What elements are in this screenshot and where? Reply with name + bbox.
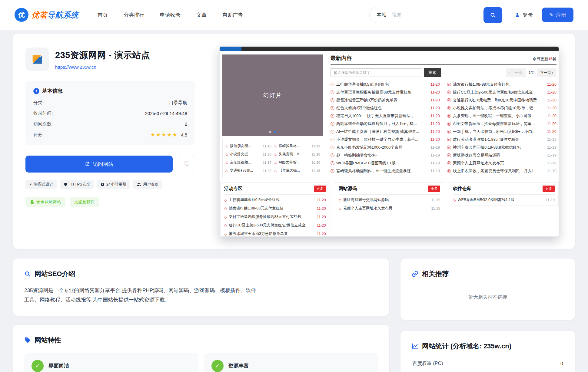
info-icon: i: [33, 88, 39, 94]
rating-stars: ★★★★ ☆ ★ 4.5: [151, 132, 187, 138]
mini-item: ♨AI图文带货...11-20: [274, 158, 320, 166]
visit-site-button[interactable]: 访问网站: [25, 156, 173, 173]
site-screenshot-preview[interactable]: 幻灯片 ♨微信朋友圈...11-19 ♨宫崎骏风格...11-19 ♨小说爆文掘…: [219, 46, 559, 237]
new-icon: ⓝ: [447, 114, 451, 118]
new-icon: ⓝ: [447, 146, 451, 150]
register-button[interactable]: ✎ 注册: [542, 8, 573, 22]
mini-item: ♨【年底大揭...11-18: [274, 166, 320, 175]
section-item: ◇建行CC豆上架2-500元支付宝红包/微信立减金11-20: [224, 222, 326, 229]
section-item: ◇浦发银行抽1.08-88元支付宝红包11-20: [224, 205, 326, 212]
site-url-link[interactable]: https://www.235w.cn: [55, 64, 96, 70]
feature-item: ✓ 资源丰富: [204, 353, 378, 372]
prev-page-button: ‹ 上一页: [506, 68, 526, 77]
search-icon: [490, 12, 496, 18]
nav-self-ads[interactable]: 自助广告: [222, 12, 243, 18]
chart-icon: [412, 343, 418, 350]
gem-icon: ◇: [339, 198, 341, 202]
bolt-icon: ⚡: [29, 182, 32, 187]
info-row-category: 分类: 目录导航: [33, 97, 187, 108]
list-item: ⓝ宫崎骏风格动画制作，AI一键生成流量暴涨，...11-19: [331, 167, 440, 175]
gem-icon: ◇: [339, 206, 341, 211]
list-item: ⓝ一部手机，当天出收益，轻松日入5张+，小白...11-20: [447, 128, 556, 136]
main-nav: 首页 分类排行 申请收录 文章 自助广告: [98, 12, 243, 18]
security-badges: 安全认证网站 无恶意软件: [25, 197, 195, 207]
preview-section-activity: 活动专区更多 ◇工行鹏华基金抽0.5元现金红包11-20 ◇浦发银行抽1.08-…: [220, 182, 330, 237]
new-icon: ⓝ: [447, 138, 451, 142]
badge-no-malware: 无恶意软件: [70, 197, 99, 207]
new-icon: ⓝ: [331, 130, 334, 134]
nav-category-rank[interactable]: 分类排行: [124, 12, 144, 18]
mini-item: ♨头条变现，A...11-20: [274, 150, 320, 158]
stats-card: 网站统计 (分析域名: 235w.cn) 百度权重 (PC) 0 预计来路: [400, 331, 575, 372]
list-item: ⓝ两款靠谱全自动游戏搬砖项目，日入1k+，稳...11-20: [331, 120, 440, 128]
badge-safe-certified: 安全认证网站: [25, 197, 65, 207]
slideshow-dots: [269, 131, 276, 133]
preview-slideshow: 幻灯片: [222, 54, 323, 136]
new-icon: ⓝ: [331, 114, 334, 118]
seo-description: 235资源网是一个专业的网络资源分享平台,提供各种PHP源码、网站源码、游戏源码…: [24, 286, 257, 305]
mini-item: ♨微信朋友圈...11-19: [225, 142, 271, 150]
list-item: ⓝ小说推文实拍玩法，零成本零门槛10元/单，轻...11-20: [447, 104, 556, 112]
dot-active: [274, 131, 276, 133]
latest-list-left: ⓝ工行鹏华基金抽0.5元现金红包11-20 ⓝ支付宝语音唤醒服务抽最高88元支付…: [331, 81, 440, 175]
preview-section-software: 软件仓库更多 ◇WEB界面RMBG2.0抠图离线1.1版11-19: [449, 182, 559, 206]
new-icon: ⓝ: [447, 91, 451, 94]
features-title: 网站特性: [35, 336, 61, 345]
flame-icon: ♨: [225, 160, 228, 165]
new-icon: ⓝ: [331, 122, 334, 126]
nav-articles[interactable]: 文章: [196, 12, 207, 18]
list-item: ⓝ头条变现，AI一键改写、一键查重、小白可做...11-20: [447, 112, 556, 120]
new-icon: ⓝ: [447, 161, 451, 165]
list-item: ⓝ赵一鸣签到抽零食/饮料11-19: [331, 151, 440, 159]
latest-list-right: ⓝ浦发银行抽1.08-88元支付宝红包11-20 ⓝ建行CC豆上架2-500元支…: [447, 81, 556, 175]
search-button[interactable]: [483, 7, 502, 23]
list-item: ⓝ稳定日入1000+！快手无人直播带货新玩法，...11-20: [331, 112, 440, 120]
seo-title: 网站SEO介绍: [35, 269, 75, 278]
flame-icon: ♨: [274, 152, 277, 156]
tag-icon: [24, 337, 31, 344]
dot: [269, 131, 271, 133]
login-link[interactable]: 登录: [515, 12, 533, 18]
related-title: 相关推荐: [422, 269, 449, 278]
list-item: ⓝAI图文带货玩法，抖音母婴赛道新玩法，简单...11-20: [447, 120, 556, 128]
link-icon: [412, 271, 418, 277]
related-empty-text: 暂无相关推荐链接: [412, 278, 564, 309]
list-item: ⓝ浦发银行抽1.08-88元支付宝红包11-20: [447, 81, 556, 88]
gem-icon: ◇: [224, 206, 227, 211]
new-icon: ⓝ: [447, 98, 451, 102]
external-link-icon: [85, 162, 90, 167]
new-icon: ⓝ: [331, 98, 334, 102]
latest-content-header: 最新内容 今日更新15篇: [331, 54, 556, 65]
list-item: ⓝ线上旧衣回收，闲置变黄金环保又利民，月入1...11-19: [447, 167, 556, 175]
seo-intro-card: 网站SEO介绍 235资源网是一个专业的网络资源分享平台,提供各种PHP源码、网…: [13, 258, 389, 316]
mini-item: ♨交通银行8充...11-20: [225, 166, 271, 175]
site-favicon: [25, 48, 49, 71]
preview-section-source: 网站源码更多 ◇新版游戏账号交易网站源码11-19 ◇素颜个人主页网址永久发布页…: [335, 182, 444, 214]
new-icon: ⓝ: [447, 122, 451, 126]
page-indicator: 1/2: [529, 71, 534, 75]
favorite-button[interactable]: ♡: [179, 156, 195, 172]
search-scope-select[interactable]: 本站: [377, 12, 387, 18]
nav-home[interactable]: 首页: [98, 12, 108, 18]
more-badge: 更多: [543, 186, 555, 192]
stat-row-baidu-pc: 百度权重 (PC) 0: [412, 355, 564, 372]
clock-icon: [101, 183, 105, 186]
shield-icon: [64, 183, 68, 186]
section-item: ◇工行鹏华基金抽0.5元现金红包11-20: [224, 196, 326, 204]
list-item: ⓝ京东小红书发笔记领1000-2000个京豆11-19: [331, 143, 440, 151]
tag-updates: 24小时更新: [97, 180, 130, 189]
top-navbar: 优 优茗导航系统 首页 分类排行 申请收录 文章 自助广告 本站 登录 ✎ 注: [0, 0, 588, 30]
pencil-icon: ✎: [549, 12, 553, 18]
new-icon: ⓝ: [447, 130, 451, 134]
preview-browser-bar: [220, 47, 559, 51]
nav-apply-inclusion[interactable]: 申请收录: [160, 12, 181, 18]
info-row-date: 收录时间: 2025-07-29 14:49:48: [33, 108, 187, 119]
brand-logo-icon: 优: [15, 8, 28, 22]
new-icon: ⓝ: [331, 91, 334, 94]
new-icon: ⓝ: [331, 106, 334, 110]
site-search: 本站: [369, 7, 503, 23]
users-icon: [137, 183, 141, 186]
section-item: ◇素颜个人主页网址永久发布页11-19: [339, 205, 440, 212]
list-item: ⓝ红色火箭抽3万个微信红包11-20: [331, 104, 440, 112]
list-item: ⓝ新版游戏账号交易网站源码11-19: [447, 151, 556, 159]
